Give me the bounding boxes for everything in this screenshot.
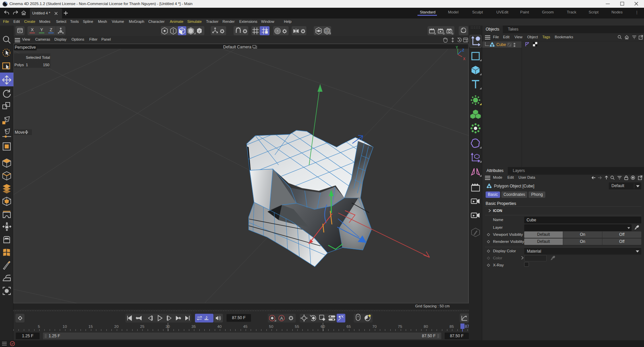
svg-text:Y: Y: [456, 46, 458, 49]
svg-text:1: 1: [26, 63, 28, 67]
svg-text:A: A: [206, 315, 208, 318]
svg-text:150: 150: [43, 63, 49, 67]
svg-text:Polys: Polys: [14, 63, 24, 67]
svg-text:Z: Z: [462, 48, 464, 52]
svg-text:Selected Total: Selected Total: [26, 55, 50, 59]
svg-text:Default Camera: Default Camera: [223, 45, 251, 49]
svg-text:A: A: [326, 29, 328, 33]
svg-text:Perspective: Perspective: [15, 45, 36, 50]
svg-text:A: A: [280, 316, 283, 321]
svg-text:Move: Move: [15, 130, 25, 135]
svg-text:X: X: [463, 57, 465, 61]
